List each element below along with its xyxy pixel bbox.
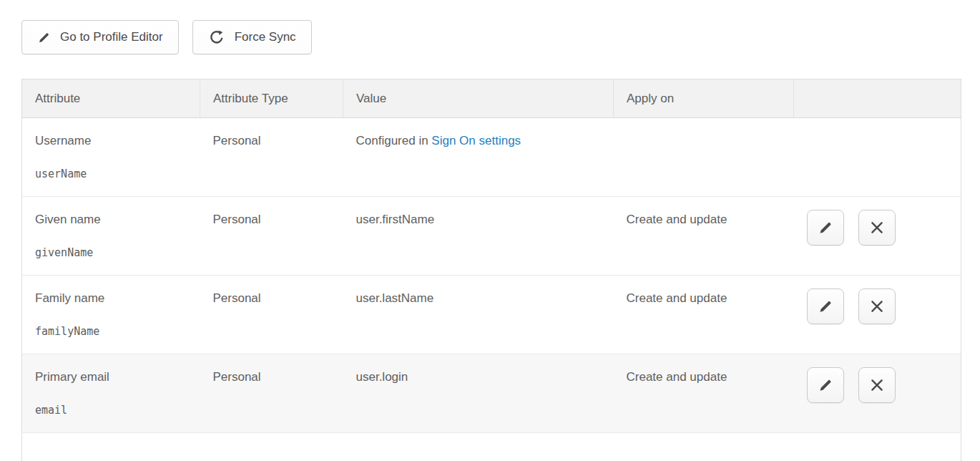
column-header-value: Value: [343, 79, 614, 118]
edit-attribute-button[interactable]: [807, 367, 844, 403]
actions-cell: [794, 197, 961, 276]
attribute-label: Primary email: [35, 370, 187, 384]
attribute-name: email: [35, 403, 187, 417]
apply-on-cell: Create and update: [614, 354, 794, 433]
table-row-partial: [22, 433, 961, 461]
refresh-icon: [208, 29, 225, 46]
apply-on-cell: Create and update: [614, 197, 794, 276]
actions-cell: [794, 118, 961, 197]
column-header-attribute: Attribute: [22, 79, 200, 118]
toolbar: Go to Profile Editor Force Sync: [21, 20, 980, 54]
delete-attribute-button[interactable]: [858, 367, 896, 403]
pencil-icon: [818, 299, 833, 314]
attribute-cell: Primary email email: [22, 354, 200, 433]
attribute-cell: Family name familyName: [22, 276, 200, 354]
go-to-profile-editor-label: Go to Profile Editor: [60, 30, 163, 44]
value-cell: user.firstName: [343, 197, 614, 276]
delete-attribute-button[interactable]: [858, 210, 896, 246]
pencil-icon: [818, 377, 833, 393]
apply-on-cell: [614, 118, 794, 197]
attribute-label: Family name: [35, 291, 187, 306]
attribute-type-cell: Personal: [200, 197, 343, 276]
sign-on-settings-link[interactable]: Sign On settings: [431, 134, 521, 147]
actions-cell: [794, 276, 961, 354]
delete-attribute-button[interactable]: [858, 288, 896, 324]
attribute-type-cell: Personal: [200, 276, 343, 354]
column-header-attribute-type: Attribute Type: [200, 79, 343, 118]
pencil-icon: [818, 220, 833, 236]
table-row-family-name: Family name familyName Personal user.las…: [22, 276, 961, 354]
attribute-label: Username: [35, 134, 187, 148]
attribute-mapping-page: Go to Profile Editor Force Sync Attribut…: [0, 0, 980, 461]
column-header-apply-on: Apply on: [614, 79, 794, 118]
value-cell: Configured in Sign On settings: [343, 118, 614, 197]
go-to-profile-editor-button[interactable]: Go to Profile Editor: [21, 20, 179, 54]
partial-row-cell: [22, 433, 961, 461]
table-row-primary-email: Primary email email Personal user.login …: [22, 354, 961, 433]
attribute-type-cell: Personal: [200, 354, 343, 433]
edit-attribute-button[interactable]: [807, 288, 844, 324]
x-icon: [869, 299, 885, 314]
value-prefix: Configured in: [356, 134, 432, 147]
column-header-actions: [794, 79, 961, 118]
table-header-row: Attribute Attribute Type Value Apply on: [22, 79, 961, 118]
apply-on-cell: Create and update: [614, 276, 794, 354]
force-sync-label: Force Sync: [235, 30, 296, 44]
attribute-table-container: Attribute Attribute Type Value Apply on …: [21, 79, 980, 461]
actions-cell: [794, 354, 961, 433]
x-icon: [869, 377, 885, 393]
attribute-name: givenName: [35, 246, 187, 260]
value-cell: user.lastName: [343, 276, 614, 354]
force-sync-button[interactable]: Force Sync: [192, 20, 312, 54]
attribute-type-cell: Personal: [200, 118, 343, 197]
x-icon: [869, 220, 885, 236]
attribute-cell: Username userName: [22, 118, 200, 197]
attribute-name: userName: [35, 167, 187, 181]
attribute-mappings-table: Attribute Attribute Type Value Apply on …: [21, 79, 961, 461]
attribute-label: Given name: [35, 213, 187, 227]
pencil-icon: [37, 31, 51, 44]
value-cell: user.login: [343, 354, 614, 433]
edit-attribute-button[interactable]: [807, 210, 844, 246]
attribute-cell: Given name givenName: [22, 197, 200, 276]
table-row-given-name: Given name givenName Personal user.first…: [22, 197, 961, 276]
table-row-username: Username userName Personal Configured in…: [22, 118, 961, 197]
attribute-name: familyName: [35, 324, 187, 339]
